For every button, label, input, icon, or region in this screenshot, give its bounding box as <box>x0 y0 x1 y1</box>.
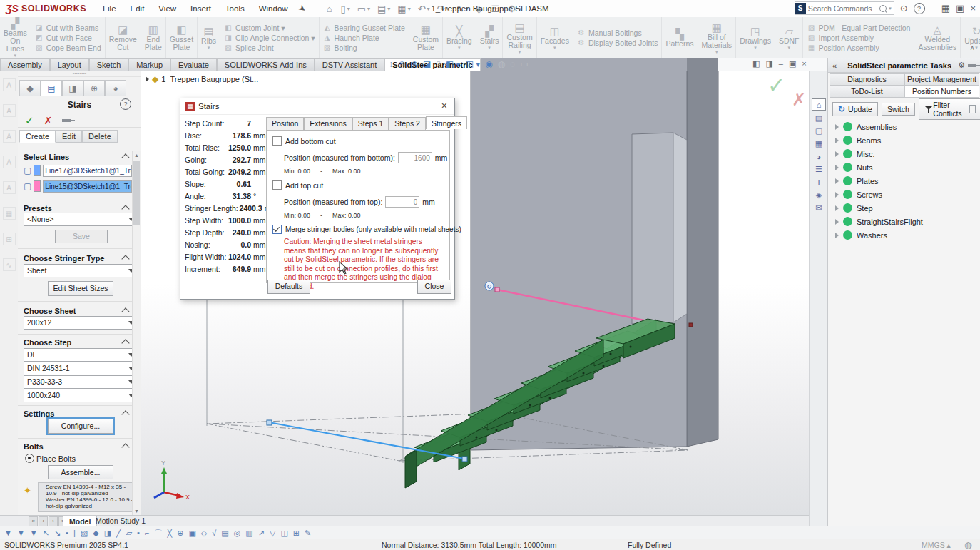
task-pane-tab[interactable]: Project Management <box>904 73 979 86</box>
line-endpoint[interactable] <box>462 457 467 462</box>
wall-side-face[interactable] <box>687 71 718 447</box>
add-bottom-cut-checkbox[interactable]: Add bottom cut <box>272 136 336 146</box>
dialog-close-icon[interactable]: × <box>441 100 447 111</box>
ribbon-command[interactable]: ▚ Patterns <box>662 17 698 58</box>
save-button[interactable]: Save <box>55 230 108 243</box>
filter-conflicts-button[interactable]: Filter Conflicts <box>919 98 980 120</box>
appearances-icon[interactable]: ◕ <box>812 151 825 162</box>
bolts-header[interactable]: Bolts <box>24 442 44 451</box>
collapse-pane-icon[interactable]: « <box>832 61 837 70</box>
previous-view-icon[interactable]: ▯ <box>436 59 441 69</box>
balloon-icon[interactable]: A <box>3 104 16 117</box>
bottom-cut-position-input[interactable] <box>398 152 432 163</box>
selected-line-row[interactable]: ▢ Line17@3DSketch1@1_Treppe <box>24 164 132 177</box>
bolt-set-list[interactable]: Screw EN 14399-4 - M12 x 35 - 10.9 - hot… <box>38 482 135 512</box>
help-icon[interactable]: ? <box>914 3 925 14</box>
line-icon[interactable]: ╱ <box>116 529 121 538</box>
tree-row[interactable]: Screws <box>835 188 923 201</box>
tree-row[interactable]: Misc. <box>835 147 923 161</box>
edit-appearance-icon[interactable]: ◍ <box>498 59 505 69</box>
bolt-set-item[interactable]: Screw EN 14399-4 - M12 x 35 - 10.9 - hot… <box>46 484 134 496</box>
surface-finish-icon[interactable]: A <box>3 181 16 194</box>
command-tab[interactable]: DSTV Assistant <box>315 58 384 71</box>
add-top-cut-checkbox[interactable]: Add top cut <box>272 180 323 190</box>
minimize-window-icon[interactable]: – <box>779 59 783 68</box>
corner-icon[interactable]: ⌐ <box>145 529 149 537</box>
anchor-icon[interactable]: ▪ <box>137 529 140 537</box>
motion-study-tab[interactable]: Motion Study 1 <box>90 516 151 526</box>
collapse-chevron-icon[interactable] <box>121 205 129 213</box>
forum-icon[interactable]: ✉ <box>812 203 825 213</box>
move-icon[interactable]: ↗ <box>258 529 265 538</box>
ribbon-command[interactable]: ▦ Bill of Materials ▾ <box>698 17 737 58</box>
attachment-icon[interactable]: ◈ <box>473 4 486 14</box>
view-palette-icon[interactable]: ▦ <box>812 138 825 149</box>
custom-properties-icon[interactable]: ☰ <box>812 164 825 175</box>
display-style-icon[interactable]: ◫ ▾ <box>466 59 481 69</box>
ribbon-command[interactable]: ◪ Remove Cut <box>106 17 141 58</box>
collapse-chevron-icon[interactable] <box>121 443 129 451</box>
pm-tab-assembly-icon[interactable]: ◆ <box>19 80 41 96</box>
ribbon-command[interactable]: ◪Cut with Beams ◩Cut with Face ▨Cope Bea… <box>31 17 106 58</box>
pm-scrollbar[interactable]: ▲ ▼ <box>132 151 141 515</box>
tree-row[interactable]: Plates <box>835 174 923 188</box>
assemble-button[interactable]: Assemble... <box>48 465 113 479</box>
options-gear-icon[interactable]: ⚙▾ <box>506 4 523 14</box>
presets-header[interactable]: Presets <box>24 204 52 213</box>
rectangle-icon[interactable]: ▣ <box>188 529 195 538</box>
collapse-chevron-icon[interactable] <box>121 339 129 347</box>
settings-header[interactable]: Settings <box>24 409 54 418</box>
top-cut-position-input[interactable] <box>385 196 419 208</box>
tree-row[interactable]: Washers <box>835 228 923 242</box>
search-icon[interactable] <box>879 5 887 12</box>
close-button[interactable]: Close <box>417 280 451 294</box>
ribbon-command[interactable]: ◫ Facades ▾ <box>537 17 573 58</box>
dialog-tab[interactable]: Steps 1 <box>352 117 389 130</box>
tree-row[interactable]: Assemblies <box>835 120 923 133</box>
ribbon-command[interactable]: ◧Custom Joint ▾ ◨Clip Angle Connection ▾… <box>220 17 320 58</box>
solidsteel-tasks-icon[interactable]: I <box>812 177 825 188</box>
plane-icon[interactable]: ▱ <box>126 529 132 538</box>
pin-menu-icon[interactable]: ➤ <box>297 2 308 14</box>
filter-conflicts-checkbox[interactable] <box>969 105 976 113</box>
home-icon[interactable]: ⌂ <box>325 4 336 14</box>
expand-caret-icon[interactable] <box>835 178 839 184</box>
restore-window-icon[interactable]: ▣ <box>789 59 796 68</box>
check-sketch-icon[interactable]: √ <box>212 529 216 537</box>
view-settings-icon[interactable]: ▭ <box>520 59 528 69</box>
maximize-app-icon[interactable]: ▦ <box>941 3 950 14</box>
table-tool-icon[interactable]: ▤ <box>221 529 228 538</box>
filter-edges-icon[interactable]: ▼ <box>30 529 38 537</box>
expand-caret-icon[interactable] <box>835 192 839 198</box>
weld-bead-icon[interactable]: ∿ <box>3 258 16 271</box>
pm-help-icon[interactable]: ? <box>120 98 131 110</box>
dialog-tab[interactable]: Steps 2 <box>389 117 426 130</box>
circle-icon[interactable]: ⊕ <box>177 529 183 538</box>
place-bolts-radio[interactable]: Place Bolts <box>25 454 76 463</box>
zoom-fit-icon[interactable]: ↕ <box>389 59 393 69</box>
collapse-chevron-icon[interactable] <box>121 255 129 263</box>
view-orientation-icon[interactable]: ◧ ▾ <box>446 59 461 69</box>
hole-table-icon[interactable]: ⊞ <box>3 233 16 245</box>
menu-item[interactable]: Insert <box>184 2 218 15</box>
polygon-icon[interactable]: ◇ <box>201 529 207 538</box>
zoom-area-icon[interactable]: ◎ <box>398 59 405 69</box>
ribbon-command[interactable]: ▞ Stairs ▾ <box>476 17 504 58</box>
pm-tab-configurations-icon[interactable]: ◨ <box>62 80 83 96</box>
design-library-icon[interactable]: ▤ <box>812 113 825 123</box>
wall-edge-handle[interactable] <box>689 323 693 327</box>
step-dropdown[interactable]: DIN 24531-1 <box>24 362 138 375</box>
menu-item[interactable]: Edit <box>124 2 151 15</box>
select-arrow-icon[interactable]: ↖ <box>43 529 49 538</box>
select-icon[interactable]: ↖▾ <box>454 4 470 14</box>
cancel-button[interactable]: ✗ <box>44 115 53 126</box>
command-tab[interactable]: Assembly <box>0 58 50 71</box>
pm-tab-properties-icon[interactable]: ▤ <box>41 80 62 96</box>
mirror-icon[interactable]: ◫ <box>280 529 287 538</box>
new-document-icon[interactable]: ▯▾ <box>339 4 352 14</box>
ribbon-command[interactable]: ╳ Bracing ▾ <box>443 17 476 58</box>
pm-mode-tab[interactable]: Delete <box>82 130 118 143</box>
pm-mode-tab[interactable]: Create <box>19 130 56 143</box>
tree-row[interactable]: Nuts <box>835 161 923 174</box>
dialog-tab[interactable]: Stringers <box>426 116 467 129</box>
